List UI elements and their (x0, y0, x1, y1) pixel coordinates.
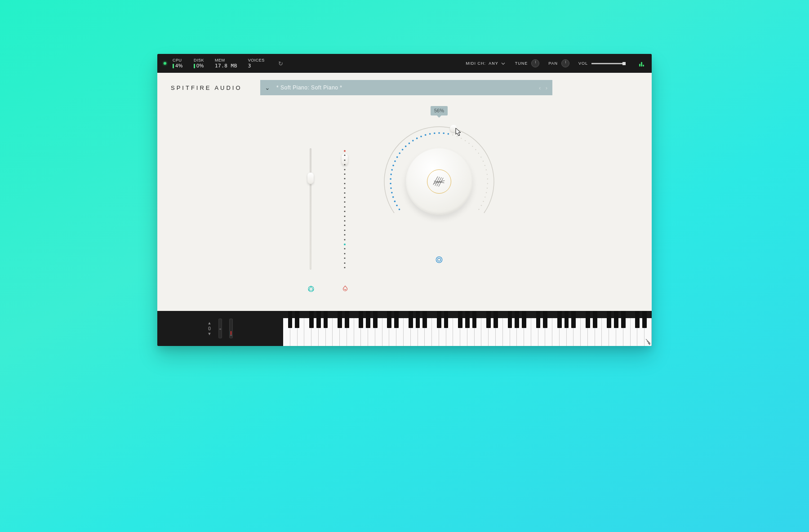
white-key[interactable] (396, 318, 404, 346)
white-key[interactable] (489, 318, 496, 346)
knob-face[interactable] (406, 148, 472, 215)
refresh-icon[interactable]: ↻ (278, 60, 284, 67)
resize-handle-icon[interactable] (644, 338, 650, 344)
white-key[interactable] (460, 318, 467, 346)
reverb-knob[interactable]: 56% (376, 119, 502, 244)
dynamics-slider[interactable] (341, 148, 348, 270)
svg-point-30 (465, 140, 466, 141)
svg-point-44 (485, 196, 485, 197)
white-key[interactable] (347, 318, 354, 346)
svg-point-23 (434, 133, 436, 134)
knob-handle[interactable] (450, 125, 457, 132)
svg-point-31 (468, 143, 469, 144)
octave-down-button[interactable]: ▼ (208, 332, 212, 336)
white-key[interactable] (411, 318, 418, 346)
white-key[interactable] (524, 318, 531, 346)
next-preset-button[interactable]: › (546, 84, 548, 91)
white-key[interactable] (560, 318, 567, 346)
keyboard-strip: ▲ 0 ▼ (157, 311, 652, 346)
white-key[interactable] (340, 318, 347, 346)
keyboard-controls: ▲ 0 ▼ (157, 311, 283, 346)
reverb-icon (435, 255, 444, 266)
status-bar: CPU 4% DISK 0% MEM 17.8 MB VOICES 3 ↻ MI… (157, 54, 652, 73)
white-key[interactable] (552, 318, 560, 346)
volume-slider[interactable] (591, 63, 625, 64)
octave-up-button[interactable]: ▲ (208, 321, 212, 325)
white-key[interactable] (333, 318, 340, 346)
power-led-icon (164, 62, 166, 65)
slider-thumb[interactable] (307, 173, 314, 184)
octave-stepper[interactable]: ▲ 0 ▼ (208, 321, 212, 336)
white-key[interactable] (290, 318, 298, 346)
prev-preset-button[interactable]: ‹ (539, 84, 541, 91)
svg-point-11 (392, 164, 394, 166)
white-key[interactable] (326, 318, 333, 346)
white-key[interactable] (545, 318, 552, 346)
white-key[interactable] (538, 318, 546, 346)
expression-icon (307, 285, 315, 295)
white-key[interactable] (602, 318, 609, 346)
white-key[interactable] (404, 318, 411, 346)
svg-point-37 (485, 165, 485, 166)
scribble-icon (431, 175, 447, 188)
white-key[interactable] (573, 318, 581, 346)
white-key[interactable] (311, 318, 319, 346)
tune-knob-icon[interactable] (531, 59, 539, 67)
dynamics-icon (341, 285, 349, 295)
white-key[interactable] (375, 318, 382, 346)
white-key[interactable] (382, 318, 390, 346)
white-key[interactable] (567, 318, 574, 346)
white-key[interactable] (283, 318, 290, 346)
white-key[interactable] (446, 318, 453, 346)
mod-wheel[interactable] (229, 319, 233, 338)
white-key[interactable] (354, 318, 361, 346)
white-key[interactable] (453, 318, 460, 346)
svg-point-32 (472, 146, 473, 146)
white-key[interactable] (475, 318, 482, 346)
white-key[interactable] (581, 318, 588, 346)
tune-control[interactable]: TUNE (515, 59, 540, 67)
pan-label: PAN (548, 61, 558, 66)
white-key[interactable] (623, 318, 631, 346)
cpu-readout: CPU 4% (173, 58, 183, 69)
white-key[interactable] (432, 318, 439, 346)
svg-point-2 (396, 204, 398, 206)
white-key[interactable] (503, 318, 510, 346)
white-key[interactable] (517, 318, 524, 346)
white-key[interactable] (510, 318, 517, 346)
white-key[interactable] (481, 318, 489, 346)
midi-channel-select[interactable]: MIDI CH: ANY (466, 61, 505, 66)
pan-knob-icon[interactable] (561, 59, 569, 67)
white-key[interactable] (609, 318, 616, 346)
white-key[interactable] (368, 318, 375, 346)
white-key[interactable] (304, 318, 311, 346)
white-key[interactable] (496, 318, 503, 346)
preset-name: * Soft Piano: Soft Piano * (276, 84, 342, 91)
tune-label: TUNE (515, 61, 528, 66)
disk-readout: DISK 0% (194, 58, 204, 69)
voices-label: VOICES (248, 58, 265, 62)
white-key[interactable] (616, 318, 623, 346)
main-panel: 56% (157, 100, 652, 311)
white-key[interactable] (319, 318, 326, 346)
preset-selector[interactable]: ⌄ * Soft Piano: Soft Piano * ‹ › (260, 80, 552, 95)
chevron-down-icon[interactable]: ⌄ (265, 84, 271, 91)
white-key[interactable] (439, 318, 446, 346)
white-key[interactable] (467, 318, 475, 346)
white-key[interactable] (588, 318, 595, 346)
white-key[interactable] (361, 318, 368, 346)
white-key[interactable] (531, 318, 538, 346)
white-key[interactable] (631, 318, 638, 346)
cpu-label: CPU (173, 58, 183, 62)
white-key[interactable] (418, 318, 425, 346)
volume-control[interactable]: VOL (578, 61, 625, 66)
white-key[interactable] (595, 318, 602, 346)
pitch-wheel[interactable] (218, 319, 222, 338)
virtual-keyboard[interactable] (283, 311, 652, 346)
expression-slider[interactable] (307, 148, 314, 270)
white-key[interactable] (298, 318, 305, 346)
pan-control[interactable]: PAN (548, 59, 569, 67)
svg-point-46 (481, 205, 482, 206)
white-key[interactable] (425, 318, 432, 346)
white-key[interactable] (389, 318, 396, 346)
